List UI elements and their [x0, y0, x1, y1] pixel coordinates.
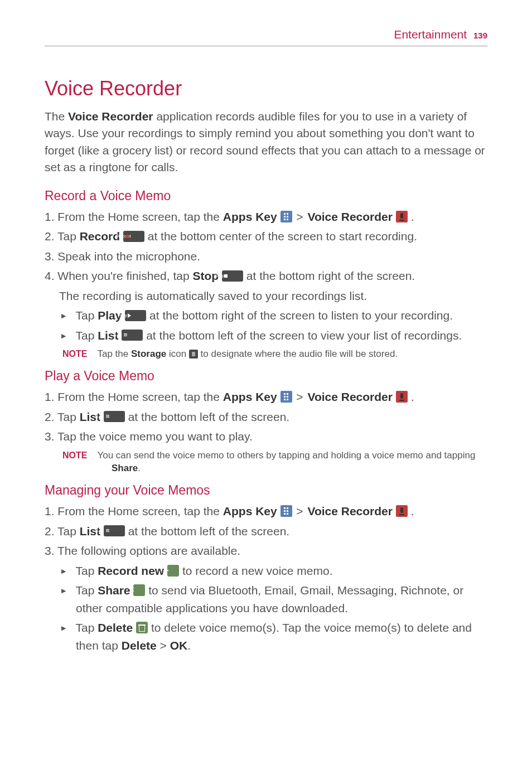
- text: at the bottom left of the screen to view…: [143, 329, 462, 342]
- text: icon: [166, 348, 189, 359]
- record-step-2: 2. Tap Record Record at the bottom cente…: [45, 227, 487, 245]
- separator: >: [293, 390, 307, 403]
- text: Tap the: [97, 348, 131, 359]
- manage-bullet-delete: Tap Delete to delete voice memo(s). Tap …: [45, 619, 487, 654]
- apps-key-icon: [280, 505, 292, 517]
- text: Tap: [75, 564, 98, 577]
- list-button-icon: List: [104, 411, 125, 422]
- text: 1. From the Home screen, tap the: [45, 505, 223, 517]
- text: 1. From the Home screen, tap the: [45, 210, 223, 223]
- note-label: NOTE: [62, 349, 87, 359]
- text: .: [138, 463, 141, 473]
- share-label: Share: [98, 584, 130, 597]
- play-note: NOTEYou can send the voice memo to other…: [45, 449, 487, 476]
- delete-label: Delete: [98, 621, 133, 634]
- record-step-4: 4. When you're finished, tap Stop Stop a…: [45, 267, 487, 285]
- apps-key-label: Apps Key: [223, 505, 277, 517]
- text: Tap: [75, 621, 98, 634]
- text: .: [408, 210, 414, 223]
- page-container: Entertainment 139 Voice Recorder The Voi…: [0, 0, 532, 679]
- stop-button-icon: Stop: [222, 270, 243, 282]
- text: to record a new voice memo.: [179, 564, 332, 577]
- list-button-icon: List: [104, 525, 125, 536]
- apps-key-label: Apps Key: [223, 390, 277, 403]
- text: at the bottom right of the screen.: [243, 269, 415, 282]
- text: You can send the voice memo to others by…: [97, 450, 475, 461]
- text: 2. Tap: [45, 525, 80, 538]
- play-step-1: 1. From the Home screen, tap the Apps Ke…: [45, 388, 487, 406]
- apps-key-label: Apps Key: [223, 210, 277, 223]
- intro-text-pre: The: [45, 110, 68, 123]
- text: 4. When you're finished, tap: [45, 269, 193, 282]
- text: .: [408, 505, 414, 517]
- record-step-3: 3. Speak into the microphone.: [45, 248, 487, 265]
- subheading-play: Play a Voice Memo: [45, 369, 487, 384]
- text: .: [187, 639, 191, 652]
- record-note: NOTETap the Storage icon to designate wh…: [45, 347, 487, 361]
- text: 1. From the Home screen, tap the: [45, 390, 223, 403]
- record-new-label: Record new: [98, 564, 164, 577]
- page-title: Voice Recorder: [45, 77, 487, 100]
- record-button-icon: Record: [123, 231, 144, 242]
- text: 2. Tap: [45, 410, 80, 423]
- text: Tap: [75, 584, 98, 597]
- intro-paragraph: The Voice Recorder application records a…: [45, 108, 487, 176]
- storage-icon: [189, 350, 198, 359]
- separator: >: [157, 639, 170, 652]
- apps-key-icon: [280, 391, 292, 403]
- subheading-manage: Managing your Voice Memos: [45, 483, 487, 498]
- share-icon: <: [133, 584, 145, 596]
- record-bullet-list: Tap List List at the bottom left of the …: [45, 327, 487, 345]
- separator: >: [293, 210, 307, 223]
- text: .: [408, 390, 414, 403]
- separator: >: [293, 505, 307, 517]
- text: 2. Tap: [45, 230, 80, 243]
- plus-icon: +: [167, 565, 179, 577]
- trash-icon: [136, 622, 148, 633]
- manage-bullet-share: Tap Share < to send via Bluetooth, Email…: [45, 582, 487, 617]
- manage-step-3: 3. The following options are available.: [45, 542, 487, 560]
- delete-label-2: Delete: [122, 639, 157, 652]
- intro-app-name: Voice Recorder: [68, 110, 153, 123]
- note-label: NOTE: [62, 451, 87, 460]
- manage-step-1: 1. From the Home screen, tap the Apps Ke…: [45, 502, 487, 520]
- text: to designate where the audio file will b…: [198, 348, 398, 359]
- header-rule: [45, 46, 487, 46]
- voice-recorder-label: Voice Recorder: [307, 505, 393, 517]
- list-button-icon: List: [122, 330, 143, 341]
- text: at the bottom right of the screen to lis…: [146, 309, 453, 322]
- voice-recorder-label: Voice Recorder: [307, 390, 393, 403]
- record-step-1: 1. From the Home screen, tap the Apps Ke…: [45, 208, 487, 226]
- play-button-icon: Play: [125, 310, 146, 321]
- page-number: 139: [473, 31, 487, 40]
- text: Tap: [75, 329, 98, 342]
- voice-recorder-icon: [396, 505, 408, 517]
- play-step-2: 2. Tap List List at the bottom left of t…: [45, 408, 487, 426]
- ok-label: OK: [170, 639, 188, 652]
- voice-recorder-icon: [396, 391, 408, 403]
- text: Tap: [75, 309, 98, 322]
- record-bullet-play: Tap Play Play at the bottom right of the…: [45, 307, 487, 325]
- manage-bullet-recordnew: Tap Record new + to record a new voice m…: [45, 562, 487, 580]
- text: at the bottom center of the screen to st…: [144, 230, 417, 243]
- section-name: Entertainment: [394, 28, 467, 41]
- manage-step-2: 2. Tap List List at the bottom left of t…: [45, 522, 487, 540]
- record-step-4-sub: The recording is automatically saved to …: [45, 287, 487, 305]
- record-label: Record: [80, 230, 120, 243]
- subheading-record: Record a Voice Memo: [45, 188, 487, 204]
- text: at the bottom left of the screen.: [125, 525, 289, 538]
- apps-key-icon: [280, 211, 292, 222]
- voice-recorder-label: Voice Recorder: [307, 210, 393, 223]
- page-header: Entertainment 139: [45, 28, 487, 41]
- voice-recorder-icon: [396, 211, 408, 222]
- share-label: Share: [112, 463, 138, 473]
- play-step-3: 3. Tap the voice memo you want to play.: [45, 428, 487, 446]
- storage-label: Storage: [131, 348, 166, 359]
- text: at the bottom left of the screen.: [125, 410, 289, 423]
